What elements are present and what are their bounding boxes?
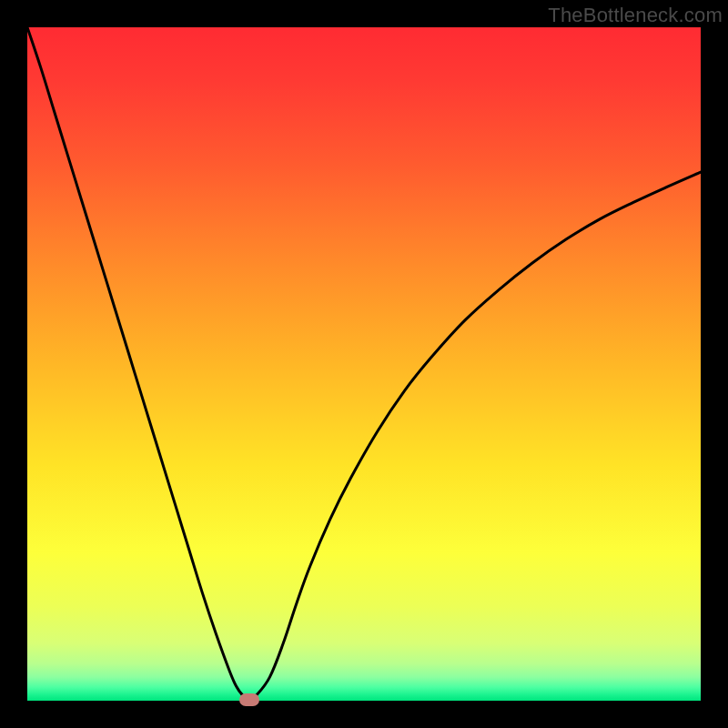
bottleneck-curve	[27, 27, 701, 701]
watermark-text: TheBottleneck.com	[548, 4, 723, 27]
chart-plot-area	[27, 27, 701, 701]
minimum-marker	[239, 693, 259, 706]
